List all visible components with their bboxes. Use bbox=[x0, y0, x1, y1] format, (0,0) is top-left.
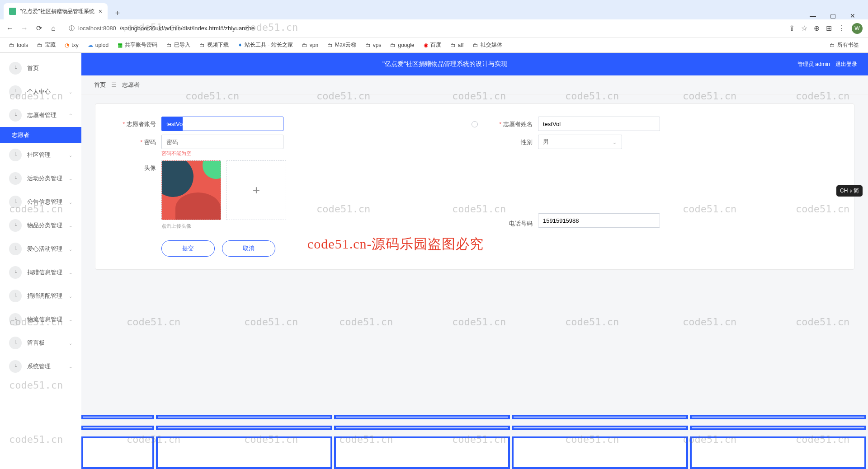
breadcrumb-sep-icon: ☰ bbox=[111, 81, 117, 88]
chevron-down-icon: ⌄ bbox=[612, 139, 617, 145]
submit-button[interactable]: 提交 bbox=[161, 240, 215, 257]
account-label: 志愿者账号 bbox=[112, 117, 161, 128]
chevron-down-icon: ⌄ bbox=[69, 294, 72, 299]
url-path: /springboot36ukf/admin/dist/index.html#/… bbox=[120, 25, 255, 32]
clock-icon: └ bbox=[9, 219, 22, 232]
clock-icon: └ bbox=[9, 266, 22, 279]
folder-icon: 🗀 bbox=[37, 42, 42, 48]
phone-input[interactable] bbox=[538, 213, 660, 228]
bookmark-item[interactable]: ◔txy bbox=[61, 40, 82, 50]
account-input[interactable] bbox=[161, 117, 283, 131]
bookmark-item[interactable]: 🗀google bbox=[387, 40, 418, 50]
sidebar-home[interactable]: └ 首页 bbox=[0, 56, 81, 80]
address-input[interactable]: ⓘ localhost:8080 /springboot36ukf/admin/… bbox=[63, 22, 783, 35]
clock-icon: └ bbox=[9, 290, 22, 302]
home-icon[interactable]: ⌂ bbox=[49, 24, 58, 33]
chevron-down-icon: ⌄ bbox=[69, 341, 72, 346]
avatar-upload-button[interactable]: + bbox=[226, 160, 286, 220]
sidebar-item-logistics[interactable]: └物流信息管理⌄ bbox=[0, 308, 81, 331]
logout-link[interactable]: 退出登录 bbox=[835, 61, 857, 68]
sidebar-item-message[interactable]: └留言板⌄ bbox=[0, 331, 81, 355]
folder-icon: 🗀 bbox=[830, 42, 835, 48]
bookmark-item[interactable]: 🗀aff bbox=[447, 40, 467, 50]
clock-icon: └ bbox=[9, 149, 22, 161]
clock-icon: └ bbox=[9, 109, 22, 122]
bookmark-item[interactable]: 🗀tools bbox=[5, 40, 32, 50]
sidebar-item-love-activity[interactable]: └爱心活动管理⌄ bbox=[0, 237, 81, 261]
sidebar-item-community[interactable]: └社区管理⌄ bbox=[0, 143, 81, 167]
chevron-down-icon: ⌄ bbox=[69, 153, 72, 158]
star-icon[interactable]: ☆ bbox=[801, 24, 807, 33]
cancel-button[interactable]: 取消 bbox=[222, 240, 275, 257]
back-icon[interactable]: ← bbox=[5, 24, 14, 33]
new-tab-button[interactable]: + bbox=[111, 7, 124, 19]
close-icon[interactable]: ✕ bbox=[848, 12, 857, 19]
bookmark-item[interactable]: 🗀视频下载 bbox=[196, 39, 232, 51]
ime-indicator: CH ♪ 简 bbox=[836, 185, 863, 197]
bookmark-item[interactable]: 🗀已导入 bbox=[163, 39, 194, 51]
minimize-icon[interactable]: — bbox=[808, 12, 817, 19]
folder-icon: 🗀 bbox=[473, 42, 478, 48]
bookmark-item[interactable]: 🗀社交媒体 bbox=[469, 39, 506, 51]
extensions-icon[interactable]: ⊞ bbox=[826, 24, 832, 33]
chevron-down-icon: ⌄ bbox=[69, 89, 72, 94]
browser-tab[interactable]: "亿点爱"社区捐赠物品管理系统 × bbox=[4, 3, 108, 19]
gender-select[interactable]: 男 ⌄ bbox=[538, 135, 622, 149]
avatar-preview[interactable] bbox=[161, 160, 221, 220]
bookmark-item[interactable]: ◉百度 bbox=[420, 39, 445, 51]
clock-icon: └ bbox=[9, 196, 22, 208]
clock-icon: └ bbox=[9, 313, 22, 326]
password-error: 密码不能为空 bbox=[161, 150, 283, 157]
password-input[interactable] bbox=[161, 135, 283, 149]
phone-label: 电话号码 bbox=[488, 216, 538, 228]
radio-unchecked[interactable] bbox=[472, 121, 478, 127]
clock-icon: └ bbox=[9, 337, 22, 349]
app-title: "亿点爱"社区捐赠物品管理系统的设计与实现 bbox=[92, 60, 797, 68]
forward-icon[interactable]: → bbox=[20, 24, 29, 33]
bookmark-item[interactable]: 🗀宝藏 bbox=[33, 39, 59, 51]
bookmark-item[interactable]: 🗀Max云梯 bbox=[324, 39, 360, 51]
avatar-hint: 点击上传头像 bbox=[161, 223, 286, 230]
password-label: 密码 bbox=[112, 135, 161, 146]
sidebar-item-goods-category[interactable]: └物品分类管理⌄ bbox=[0, 214, 81, 237]
sidebar-item-volunteer[interactable]: └志愿者管理⌃ bbox=[0, 103, 81, 127]
profile-avatar[interactable]: W bbox=[852, 23, 863, 34]
chevron-down-icon: ⌄ bbox=[69, 247, 72, 252]
all-bookmarks[interactable]: 🗀所有书签 bbox=[826, 39, 863, 51]
folder-icon: 🗀 bbox=[390, 42, 396, 48]
sidebar-item-activity-category[interactable]: └活动分类管理⌄ bbox=[0, 167, 81, 190]
menu-icon[interactable]: ⋮ bbox=[838, 24, 845, 33]
breadcrumb-home[interactable]: 首页 bbox=[94, 81, 106, 89]
chevron-down-icon: ⌄ bbox=[69, 200, 72, 205]
chevron-down-icon: ⌄ bbox=[69, 317, 72, 322]
link-icon: ✦ bbox=[238, 42, 242, 48]
breadcrumb-current: 志愿者 bbox=[122, 81, 140, 89]
name-input[interactable] bbox=[538, 117, 660, 131]
reload-icon[interactable]: ⟳ bbox=[34, 24, 43, 33]
chevron-down-icon: ⌄ bbox=[69, 364, 72, 369]
clock-icon: └ bbox=[9, 360, 22, 373]
chevron-down-icon: ⌄ bbox=[69, 270, 72, 275]
sidebar-item-donation-info[interactable]: └捐赠信息管理⌄ bbox=[0, 261, 81, 284]
tab-close-icon[interactable]: × bbox=[99, 8, 102, 15]
chevron-down-icon: ⌄ bbox=[69, 223, 72, 228]
sidebar-item-notice[interactable]: └公告信息管理⌄ bbox=[0, 190, 81, 214]
name-label: 志愿者姓名 bbox=[488, 117, 538, 128]
folder-icon: 🗀 bbox=[166, 42, 172, 48]
translate-icon[interactable]: ⊕ bbox=[814, 24, 820, 33]
site-info-icon[interactable]: ⓘ bbox=[69, 24, 75, 33]
share-icon[interactable]: ⇪ bbox=[789, 24, 795, 33]
link-icon: ▦ bbox=[118, 42, 123, 48]
sidebar-item-donation-allocation[interactable]: └捐赠调配管理⌄ bbox=[0, 284, 81, 308]
clock-icon: └ bbox=[9, 62, 22, 75]
sidebar-sub-volunteer[interactable]: 志愿者 bbox=[0, 127, 81, 143]
sidebar-item-personal[interactable]: └个人中心⌄ bbox=[0, 80, 81, 103]
bookmark-item[interactable]: 🗀vpn bbox=[298, 40, 322, 50]
sidebar-item-system[interactable]: └系统管理⌄ bbox=[0, 355, 81, 378]
bookmark-item[interactable]: 🗀vps bbox=[362, 40, 385, 50]
bookmark-item[interactable]: ☁uplod bbox=[84, 40, 112, 50]
folder-icon: 🗀 bbox=[302, 42, 307, 48]
bookmark-item[interactable]: ✦站长工具 - 站长之家 bbox=[234, 39, 297, 51]
maximize-icon[interactable]: ▢ bbox=[828, 12, 837, 19]
bookmark-item[interactable]: ▦共享账号密码 bbox=[114, 39, 161, 51]
